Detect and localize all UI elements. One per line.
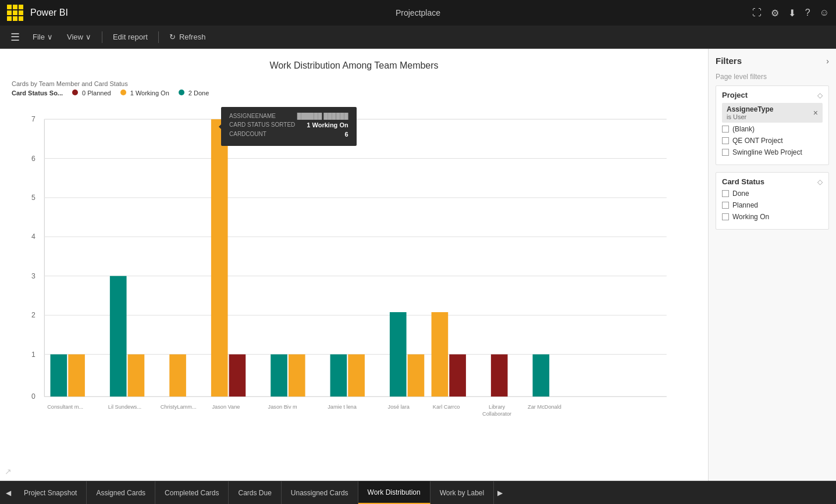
app-grid-icon[interactable] xyxy=(7,5,23,21)
svg-rect-21 xyxy=(169,355,186,397)
svg-text:3: 3 xyxy=(31,272,35,280)
svg-text:José lara: José lara xyxy=(388,404,410,410)
tab-project-snapshot[interactable]: Project Snapshot xyxy=(15,481,87,504)
bar-chart-svg: 7 6 5 4 3 2 1 0 xyxy=(12,101,696,427)
card-status-planned-label: Planned xyxy=(732,201,758,209)
tab-assigned-cards[interactable]: Assigned Cards xyxy=(87,481,155,504)
project-blank-item[interactable]: (Blank) xyxy=(722,125,823,133)
project-swingline-item[interactable]: Swingline Web Project xyxy=(722,148,823,156)
card-status-working-item[interactable]: Working On xyxy=(722,213,823,221)
legend-label-status: Card Status So... xyxy=(12,90,63,96)
refresh-button[interactable]: ↻ Refresh xyxy=(163,30,212,44)
card-status-done-item[interactable]: Done xyxy=(722,190,823,198)
project-eraser-icon[interactable]: ◇ xyxy=(817,91,823,99)
filters-title: Filters xyxy=(716,56,742,66)
legend-working: 1 Working On xyxy=(120,90,169,96)
svg-text:Jamie t lena: Jamie t lena xyxy=(328,404,357,410)
svg-rect-20 xyxy=(128,355,145,397)
file-chevron-icon: ∨ xyxy=(47,33,53,41)
chip-value: AssigneeType xyxy=(727,105,773,113)
fullscreen-icon[interactable]: ⛶ xyxy=(752,8,762,18)
svg-rect-24 xyxy=(271,355,287,397)
svg-text:ChristyLamm...: ChristyLamm... xyxy=(161,404,197,410)
file-menu[interactable]: File ∨ xyxy=(27,30,59,44)
filters-chevron[interactable]: › xyxy=(826,56,829,66)
project-qe-item[interactable]: QE ONT Project xyxy=(722,137,823,145)
menu-divider-2 xyxy=(158,31,159,43)
project-blank-label: (Blank) xyxy=(732,125,755,133)
filters-panel: Filters › Page level filters Project ◇ A… xyxy=(708,49,836,481)
view-menu[interactable]: View ∨ xyxy=(61,30,97,44)
svg-rect-30 xyxy=(449,355,466,397)
export-icon[interactable]: ↗ xyxy=(5,467,12,476)
svg-text:Jason Vane: Jason Vane xyxy=(212,404,240,410)
project-filter-title: Project xyxy=(722,91,748,99)
svg-rect-17 xyxy=(51,355,67,397)
edit-report-button[interactable]: Edit report xyxy=(107,30,154,44)
svg-text:0: 0 xyxy=(31,392,35,401)
svg-text:4: 4 xyxy=(31,233,35,241)
project-filter-card: Project ◇ AssigneeType is User × (Blank)… xyxy=(716,85,829,165)
card-status-filter-title: Card Status xyxy=(722,177,764,186)
svg-rect-18 xyxy=(68,355,85,397)
download-icon[interactable]: ⬇ xyxy=(788,8,796,19)
project-swingline-label: Swingline Web Project xyxy=(732,148,802,156)
assignee-type-chip[interactable]: AssigneeType is User × xyxy=(722,103,823,123)
card-status-filter-card: Card Status ◇ Done Planned Working On xyxy=(716,172,829,230)
card-status-planned-checkbox[interactable] xyxy=(722,202,729,209)
svg-text:Jason Biv m: Jason Biv m xyxy=(268,404,297,410)
svg-text:Zar McDonald: Zar McDonald xyxy=(528,404,561,410)
tab-unassigned-cards[interactable]: Unassigned Cards xyxy=(282,481,358,504)
settings-icon[interactable]: ⚙ xyxy=(771,8,779,19)
bottom-tabs: ◀ Project Snapshot Assigned Cards Comple… xyxy=(0,481,836,504)
chart-title: Work Distribution Among Team Members xyxy=(12,60,696,71)
svg-rect-25 xyxy=(289,355,305,397)
chip-sub: is User xyxy=(727,113,773,120)
chart-subtitle: Cards by Team Member and Card Status xyxy=(12,80,696,87)
svg-rect-27 xyxy=(348,355,365,397)
chip-close-icon[interactable]: × xyxy=(813,108,818,117)
project-qe-checkbox[interactable] xyxy=(722,137,729,144)
svg-text:Consultant m...: Consultant m... xyxy=(47,404,83,410)
svg-text:Lil Sundews...: Lil Sundews... xyxy=(108,404,141,410)
svg-text:Karl Carrco: Karl Carrco xyxy=(433,404,460,410)
user-icon[interactable]: ☺ xyxy=(820,8,829,18)
card-status-eraser-icon[interactable]: ◇ xyxy=(817,178,823,186)
svg-text:2: 2 xyxy=(31,311,35,319)
card-status-planned-item[interactable]: Planned xyxy=(722,201,823,209)
chart-legend: Card Status So... 0 Planned 1 Working On… xyxy=(12,90,696,96)
card-status-done-checkbox[interactable] xyxy=(722,190,729,197)
tab-completed-cards[interactable]: Completed Cards xyxy=(155,481,229,504)
legend-planned: 0 Planned xyxy=(72,90,111,96)
svg-text:5: 5 xyxy=(31,194,35,202)
tab-arrow-left[interactable]: ◀ xyxy=(2,481,15,504)
svg-rect-22 xyxy=(229,355,246,397)
svg-text:Collaborator: Collaborator xyxy=(482,411,511,417)
card-status-working-label: Working On xyxy=(732,213,769,221)
page-title: Projectplace xyxy=(396,8,440,17)
app-title: Power BI xyxy=(30,8,745,18)
svg-rect-29 xyxy=(408,355,425,397)
menu-divider-1 xyxy=(102,31,102,43)
project-blank-checkbox[interactable] xyxy=(722,126,729,133)
svg-text:6: 6 xyxy=(31,155,35,163)
tab-work-distribution[interactable]: Work Distribution xyxy=(358,481,431,504)
hamburger-menu[interactable]: ☰ xyxy=(6,28,24,46)
svg-rect-31 xyxy=(432,312,449,396)
help-icon[interactable]: ? xyxy=(805,8,810,18)
tab-work-by-label[interactable]: Work by Label xyxy=(431,481,494,504)
svg-rect-19 xyxy=(110,276,127,396)
bar-chart[interactable]: 7 6 5 4 3 2 1 0 xyxy=(12,101,696,427)
svg-text:1: 1 xyxy=(31,351,35,359)
svg-rect-32 xyxy=(491,355,508,397)
legend-done: 2 Done xyxy=(179,90,209,96)
project-qe-label: QE ONT Project xyxy=(732,137,782,145)
tab-cards-due[interactable]: Cards Due xyxy=(229,481,281,504)
card-status-done-label: Done xyxy=(732,190,749,198)
svg-text:7: 7 xyxy=(31,115,35,123)
card-status-working-checkbox[interactable] xyxy=(722,213,729,220)
tab-arrow-right[interactable]: ▶ xyxy=(494,481,506,504)
svg-rect-26 xyxy=(330,355,347,397)
svg-rect-33 xyxy=(533,355,550,397)
project-swingline-checkbox[interactable] xyxy=(722,149,729,156)
